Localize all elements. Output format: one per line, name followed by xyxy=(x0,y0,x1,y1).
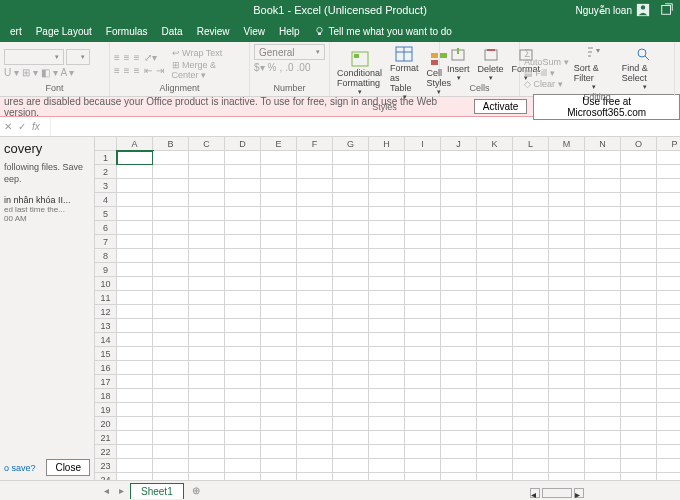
align-left[interactable]: ≡ xyxy=(114,65,120,76)
cell[interactable] xyxy=(657,431,680,445)
cell[interactable] xyxy=(117,361,153,375)
cell[interactable] xyxy=(477,417,513,431)
cell[interactable] xyxy=(297,445,333,459)
cell[interactable] xyxy=(621,235,657,249)
cell[interactable] xyxy=(225,445,261,459)
tab-data[interactable]: Data xyxy=(156,23,189,40)
cell[interactable] xyxy=(153,319,189,333)
row-header[interactable]: 10 xyxy=(95,277,117,291)
cell[interactable] xyxy=(441,417,477,431)
fx-icon[interactable]: fx xyxy=(32,121,40,132)
cell[interactable] xyxy=(477,431,513,445)
cell[interactable] xyxy=(153,473,189,480)
activate-button[interactable]: Activate xyxy=(474,99,528,114)
cell[interactable] xyxy=(405,193,441,207)
delete-cells[interactable]: Delete▾ xyxy=(475,45,507,83)
cell[interactable] xyxy=(261,207,297,221)
cell[interactable] xyxy=(117,277,153,291)
cell[interactable] xyxy=(477,361,513,375)
cell[interactable] xyxy=(225,361,261,375)
orientation[interactable]: ⤢▾ xyxy=(144,52,157,63)
format-as-table[interactable]: Format as Table▾ xyxy=(387,44,422,102)
share-icon[interactable] xyxy=(660,2,674,18)
cell[interactable] xyxy=(369,235,405,249)
row-header[interactable]: 23 xyxy=(95,459,117,473)
cell[interactable] xyxy=(585,165,621,179)
cell[interactable] xyxy=(333,165,369,179)
cell[interactable] xyxy=(405,165,441,179)
cell[interactable] xyxy=(657,235,680,249)
cell[interactable] xyxy=(441,165,477,179)
cell[interactable] xyxy=(585,291,621,305)
cell[interactable] xyxy=(153,431,189,445)
cell[interactable] xyxy=(549,445,585,459)
cell[interactable] xyxy=(117,165,153,179)
indent-inc[interactable]: ⇥ xyxy=(156,65,164,76)
cell[interactable] xyxy=(117,319,153,333)
cell[interactable] xyxy=(657,305,680,319)
cell[interactable] xyxy=(441,389,477,403)
col-header[interactable]: E xyxy=(261,137,297,151)
cell[interactable] xyxy=(621,333,657,347)
cell[interactable] xyxy=(513,165,549,179)
align-center[interactable]: ≡ xyxy=(124,65,130,76)
row-header[interactable]: 5 xyxy=(95,207,117,221)
cell[interactable] xyxy=(153,459,189,473)
cell[interactable] xyxy=(513,361,549,375)
cell[interactable] xyxy=(585,473,621,480)
cell[interactable] xyxy=(441,263,477,277)
cell[interactable] xyxy=(405,459,441,473)
cell[interactable] xyxy=(333,151,369,165)
cell[interactable] xyxy=(441,459,477,473)
currency-button[interactable]: $▾ xyxy=(254,62,265,73)
cell[interactable] xyxy=(153,445,189,459)
cell[interactable] xyxy=(585,445,621,459)
cell[interactable] xyxy=(657,179,680,193)
cell[interactable] xyxy=(153,389,189,403)
row-header[interactable]: 18 xyxy=(95,389,117,403)
row-header[interactable]: 13 xyxy=(95,319,117,333)
cell[interactable] xyxy=(225,235,261,249)
cell[interactable] xyxy=(369,277,405,291)
row-header[interactable]: 7 xyxy=(95,235,117,249)
cell[interactable] xyxy=(225,375,261,389)
cell[interactable] xyxy=(261,431,297,445)
cell[interactable] xyxy=(369,459,405,473)
cell[interactable] xyxy=(153,263,189,277)
cell[interactable] xyxy=(657,361,680,375)
inc-decimal[interactable]: .0 xyxy=(285,62,293,73)
cell[interactable] xyxy=(513,221,549,235)
cell[interactable] xyxy=(657,375,680,389)
formula-input[interactable] xyxy=(50,117,676,136)
cell[interactable] xyxy=(369,151,405,165)
cell[interactable] xyxy=(549,263,585,277)
cell[interactable] xyxy=(657,389,680,403)
cell[interactable] xyxy=(225,403,261,417)
cell[interactable] xyxy=(477,165,513,179)
cell[interactable] xyxy=(621,193,657,207)
cell[interactable] xyxy=(513,179,549,193)
cell[interactable] xyxy=(621,165,657,179)
cell[interactable] xyxy=(153,151,189,165)
spreadsheet-grid[interactable]: ABCDEFGHIJKLMNOP123456789101112131415161… xyxy=(95,137,680,480)
cell[interactable] xyxy=(225,347,261,361)
cell[interactable] xyxy=(189,207,225,221)
cell[interactable] xyxy=(549,333,585,347)
cell[interactable] xyxy=(513,319,549,333)
cell[interactable] xyxy=(477,319,513,333)
cell[interactable] xyxy=(621,445,657,459)
cell[interactable] xyxy=(441,207,477,221)
row-header[interactable]: 11 xyxy=(95,291,117,305)
cell[interactable] xyxy=(405,207,441,221)
cell[interactable] xyxy=(153,333,189,347)
cell[interactable] xyxy=(333,193,369,207)
cell[interactable] xyxy=(333,361,369,375)
cell[interactable] xyxy=(477,263,513,277)
tab-view[interactable]: View xyxy=(237,23,271,40)
select-all[interactable] xyxy=(95,137,117,151)
cell[interactable] xyxy=(333,417,369,431)
cell[interactable] xyxy=(405,403,441,417)
cell[interactable] xyxy=(297,221,333,235)
cell[interactable] xyxy=(333,235,369,249)
cell[interactable] xyxy=(621,207,657,221)
